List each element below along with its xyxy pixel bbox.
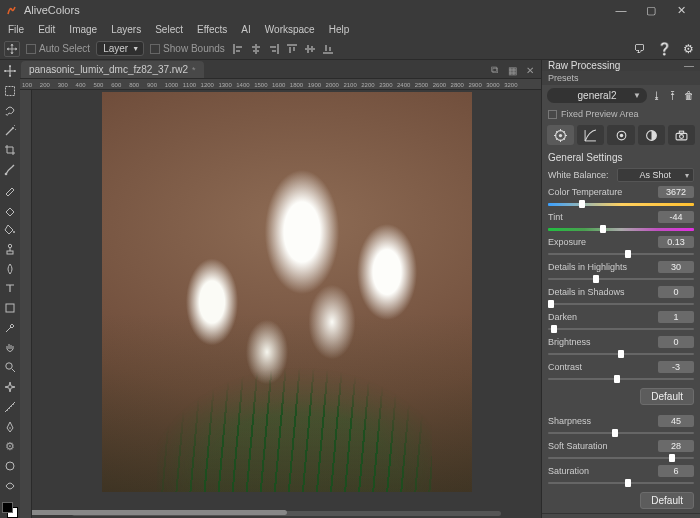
- soft-saturation-value[interactable]: 28: [658, 440, 694, 452]
- mode-contrast-icon[interactable]: [638, 125, 665, 145]
- preset-delete-icon[interactable]: 🗑: [682, 89, 695, 102]
- menu-edit[interactable]: Edit: [36, 24, 57, 35]
- menu-layers[interactable]: Layers: [109, 24, 143, 35]
- brush-tool-icon[interactable]: [3, 163, 18, 178]
- menu-help[interactable]: Help: [327, 24, 352, 35]
- contrast-value[interactable]: -3: [658, 361, 694, 373]
- details-highlights-slider[interactable]: [548, 276, 694, 282]
- soft-saturation-slider[interactable]: [548, 455, 694, 461]
- preset-export-icon[interactable]: ⭱: [666, 89, 679, 102]
- canvas[interactable]: [32, 90, 541, 518]
- tab-close-icon[interactable]: ✕: [523, 62, 537, 78]
- extra-tool-2-icon[interactable]: [3, 478, 18, 493]
- zoom-tool-icon[interactable]: [3, 360, 18, 375]
- show-bounds-checkbox[interactable]: Show Bounds: [150, 43, 225, 54]
- eraser-tool-icon[interactable]: [3, 202, 18, 217]
- details-shadows-slider[interactable]: [548, 301, 694, 307]
- preset-import-icon[interactable]: ⭳: [650, 89, 663, 102]
- preset-selector[interactable]: general2▼: [547, 88, 647, 103]
- brightness-slider[interactable]: [548, 351, 694, 357]
- fill-tool-icon[interactable]: [3, 222, 18, 237]
- layer-selector[interactable]: Layer▼: [96, 41, 144, 56]
- contrast-slider[interactable]: [548, 376, 694, 382]
- auto-select-checkbox[interactable]: Auto Select: [26, 43, 90, 54]
- eyedropper-tool-icon[interactable]: [3, 321, 18, 336]
- help-icon[interactable]: ❔: [656, 41, 672, 57]
- shape-tool-icon[interactable]: [3, 301, 18, 316]
- measure-tool-icon[interactable]: [3, 399, 18, 414]
- white-balance-selector[interactable]: As Shot▾: [617, 168, 694, 182]
- color-temperature-slider[interactable]: [548, 201, 694, 207]
- extra-tool-1-icon[interactable]: [3, 459, 18, 474]
- menu-file[interactable]: File: [6, 24, 26, 35]
- fixed-preview-checkbox[interactable]: Fixed Preview Area: [542, 106, 700, 123]
- mode-curves-icon[interactable]: [577, 125, 604, 145]
- tab-duplicate-icon[interactable]: ⧉: [487, 62, 501, 78]
- sharpness-slider[interactable]: [548, 430, 694, 436]
- menu-effects[interactable]: Effects: [195, 24, 229, 35]
- align-right-icon[interactable]: [267, 42, 281, 56]
- color-swatches[interactable]: [2, 502, 18, 518]
- crop-tool-icon[interactable]: [3, 143, 18, 158]
- default-button-1[interactable]: Default: [640, 388, 694, 405]
- menu-ai[interactable]: AI: [239, 24, 252, 35]
- exposure-value[interactable]: 0.13: [658, 236, 694, 248]
- menu-workspace[interactable]: Workspace: [263, 24, 317, 35]
- auto-select-label: Auto Select: [39, 43, 90, 54]
- darken-slider[interactable]: [548, 326, 694, 332]
- tint-slider[interactable]: [548, 226, 694, 232]
- window-minimize-button[interactable]: —: [606, 0, 636, 20]
- horizontal-scrollbar[interactable]: [72, 511, 501, 516]
- align-bottom-icon[interactable]: [321, 42, 335, 56]
- tab-menu-icon[interactable]: ▦: [505, 62, 519, 78]
- presets-label: Presets: [542, 71, 700, 85]
- window-close-button[interactable]: ✕: [666, 0, 696, 20]
- svg-rect-17: [329, 47, 331, 51]
- text-tool-icon[interactable]: [3, 281, 18, 296]
- move-tool-icon[interactable]: [3, 64, 18, 79]
- magic-wand-tool-icon[interactable]: [3, 123, 18, 138]
- details-highlights-value[interactable]: 30: [658, 261, 694, 273]
- align-center-h-icon[interactable]: [249, 42, 263, 56]
- mode-preview-icon[interactable]: [607, 125, 634, 145]
- mode-settings-icon[interactable]: [547, 125, 574, 145]
- move-tool-option-icon[interactable]: [4, 41, 20, 57]
- svg-point-31: [619, 133, 622, 136]
- panel-collapse-icon[interactable]: —: [684, 60, 694, 71]
- saturation-value[interactable]: 6: [658, 465, 694, 477]
- mode-camera-icon[interactable]: [668, 125, 695, 145]
- color-temperature-value[interactable]: 3672: [658, 186, 694, 198]
- align-top-icon[interactable]: [285, 42, 299, 56]
- rect-select-tool-icon[interactable]: [3, 84, 18, 99]
- pen-tool-icon[interactable]: [3, 419, 18, 434]
- default-button-2[interactable]: Default: [640, 492, 694, 509]
- blur-tool-icon[interactable]: [3, 261, 18, 276]
- svg-rect-12: [305, 48, 315, 50]
- sparkle-tool-icon[interactable]: [3, 380, 18, 395]
- darken-value[interactable]: 1: [658, 311, 694, 323]
- svg-point-25: [6, 363, 12, 369]
- lasso-tool-icon[interactable]: [3, 103, 18, 118]
- document-tab[interactable]: panasonic_lumix_dmc_fz82_37.rw2 *: [21, 61, 204, 78]
- hand-tool-icon[interactable]: [3, 340, 18, 355]
- settings-gear-icon[interactable]: ⚙: [680, 41, 696, 57]
- saturation-slider[interactable]: [548, 480, 694, 486]
- pencil-tool-icon[interactable]: [3, 182, 18, 197]
- general-settings-header: General Settings: [542, 149, 700, 166]
- foreground-color-swatch[interactable]: [2, 502, 13, 513]
- align-left-icon[interactable]: [231, 42, 245, 56]
- gear-tool-icon[interactable]: ⚙: [3, 439, 18, 454]
- exposure-slider[interactable]: [548, 251, 694, 257]
- sharpness-value[interactable]: 45: [658, 415, 694, 427]
- details-shadows-value[interactable]: 0: [658, 286, 694, 298]
- window-maximize-button[interactable]: ▢: [636, 0, 666, 20]
- svg-rect-13: [307, 45, 309, 53]
- menu-image[interactable]: Image: [67, 24, 99, 35]
- tint-value[interactable]: -44: [658, 211, 694, 223]
- align-center-v-icon[interactable]: [303, 42, 317, 56]
- svg-point-29: [559, 133, 562, 136]
- notifications-icon[interactable]: 🗩: [632, 41, 648, 57]
- brightness-value[interactable]: 0: [658, 336, 694, 348]
- stamp-tool-icon[interactable]: [3, 242, 18, 257]
- menu-select[interactable]: Select: [153, 24, 185, 35]
